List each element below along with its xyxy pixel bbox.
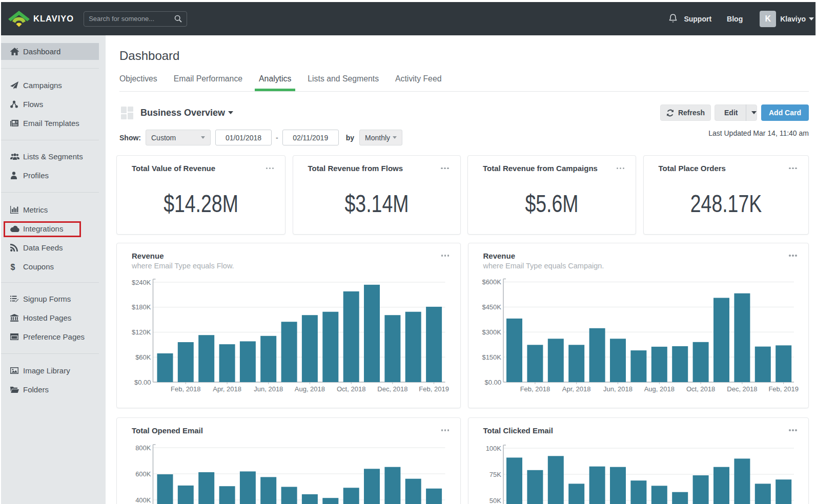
svg-text:$60K: $60K: [135, 353, 151, 361]
svg-text:Jun, 2018: Jun, 2018: [254, 385, 283, 393]
svg-text:$600K: $600K: [482, 278, 501, 286]
svg-text:Oct, 2018: Oct, 2018: [337, 385, 365, 393]
svg-text:600K: 600K: [135, 470, 151, 477]
svg-text:50K: 50K: [489, 496, 501, 504]
svg-text:100K: 100K: [485, 444, 501, 452]
svg-text:$120K: $120K: [132, 328, 151, 336]
svg-text:Feb, 2018: Feb, 2018: [520, 385, 550, 393]
svg-text:Feb, 2018: Feb, 2018: [171, 385, 201, 393]
svg-text:800K: 800K: [135, 444, 151, 451]
svg-text:$0.00: $0.00: [134, 378, 151, 386]
svg-text:$: $: [11, 263, 15, 271]
svg-text:Oct, 2018: Oct, 2018: [686, 385, 715, 393]
svg-text:Apr, 2018: Apr, 2018: [213, 385, 241, 393]
svg-text:$0.00: $0.00: [484, 378, 501, 386]
svg-text:$180K: $180K: [132, 303, 151, 311]
svg-text:Aug, 2018: Aug, 2018: [644, 385, 674, 393]
svg-text:Dec, 2018: Dec, 2018: [377, 385, 407, 393]
svg-text:Aug, 2018: Aug, 2018: [295, 385, 325, 393]
svg-text:75K: 75K: [489, 470, 501, 478]
svg-text:$450K: $450K: [482, 303, 501, 310]
svg-text:$150K: $150K: [482, 353, 501, 361]
svg-text:Feb, 2019: Feb, 2019: [419, 385, 449, 393]
svg-text:Dec, 2018: Dec, 2018: [727, 385, 757, 393]
svg-text:Apr, 2018: Apr, 2018: [562, 385, 590, 393]
svg-text:$240K: $240K: [132, 278, 151, 286]
svg-text:400K: 400K: [135, 496, 151, 503]
svg-text:Jun, 2018: Jun, 2018: [603, 385, 632, 393]
svg-text:$300K: $300K: [482, 328, 501, 335]
svg-text:Feb, 2019: Feb, 2019: [768, 385, 799, 393]
